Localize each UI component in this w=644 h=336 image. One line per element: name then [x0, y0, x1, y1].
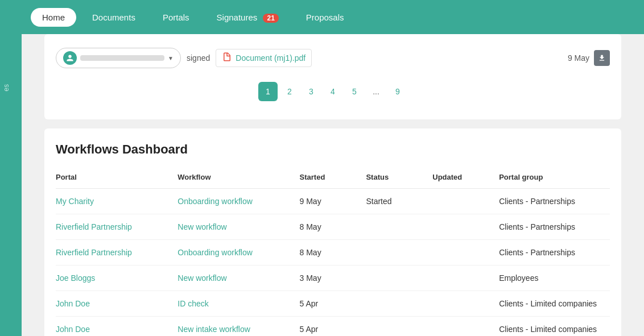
- portal-link[interactable]: Riverfield Partnership: [56, 248, 132, 257]
- started-date: 8 May: [300, 214, 366, 240]
- workflow-link[interactable]: Onboarding workflow: [177, 197, 253, 206]
- table-row: John DoeID check5 AprClients - Limited c…: [56, 291, 610, 317]
- document-link[interactable]: Document (mj1).pdf: [216, 49, 312, 67]
- workflows-dashboard-title: Workflows Dashboard: [56, 142, 610, 157]
- dropdown-arrow-icon: ▼: [168, 55, 174, 61]
- signature-date: 9 May: [568, 53, 589, 63]
- col-header-updated: Updated: [432, 168, 499, 189]
- nav-tab-documents[interactable]: Documents: [81, 8, 147, 27]
- signatures-panel: ▼ signed Document (mj1).pdf 9 May: [44, 34, 621, 119]
- portal-group-cell: Clients - Limited companies: [499, 291, 610, 317]
- portal-link[interactable]: Joe Bloggs: [56, 273, 95, 283]
- document-name: Document (mj1).pdf: [236, 53, 306, 63]
- table-row: John DoeNew intake workflow5 AprClients …: [56, 317, 610, 337]
- col-header-started: Started: [300, 168, 366, 189]
- workflow-link[interactable]: Onboarding workflow: [177, 248, 253, 257]
- status-cell: [366, 240, 432, 266]
- page-btn-dots: ...: [366, 82, 386, 101]
- portal-group-cell: Employees: [499, 266, 610, 291]
- started-date: 8 May: [300, 240, 366, 266]
- table-row: Riverfield PartnershipOnboarding workflo…: [56, 240, 610, 266]
- status-cell: Started: [366, 189, 432, 214]
- nav-tab-home[interactable]: Home: [31, 8, 76, 27]
- portal-link[interactable]: My Charity: [56, 197, 94, 206]
- table-row: Joe BloggsNew workflow3 MayEmployees: [56, 266, 610, 291]
- updated-cell: [432, 214, 499, 240]
- signature-row: ▼ signed Document (mj1).pdf 9 May: [56, 43, 610, 73]
- started-date: 3 May: [300, 266, 366, 291]
- signatures-badge: 21: [263, 14, 278, 23]
- table-header-row: Portal Workflow Started Status Updated P…: [56, 168, 610, 189]
- started-date: 9 May: [300, 189, 366, 214]
- user-avatar-icon: [63, 51, 77, 65]
- page-btn-3[interactable]: 3: [302, 82, 321, 101]
- status-cell: [366, 291, 432, 317]
- workflow-link[interactable]: ID check: [177, 299, 208, 308]
- page-btn-4[interactable]: 4: [323, 82, 342, 101]
- updated-cell: [432, 240, 499, 266]
- page-btn-5[interactable]: 5: [345, 82, 364, 101]
- portal-link[interactable]: Riverfield Partnership: [56, 222, 132, 231]
- started-date: 5 Apr: [300, 317, 366, 337]
- portal-group-cell: Clients - Partnerships: [499, 240, 610, 266]
- updated-cell: [432, 266, 499, 291]
- signed-label: signed: [187, 53, 210, 63]
- date-download-col: 9 May: [568, 50, 610, 66]
- top-navigation: Home Documents Portals Signatures 21 Pro…: [22, 0, 644, 34]
- nav-tab-signatures[interactable]: Signatures 21: [205, 8, 290, 27]
- workflow-link[interactable]: New workflow: [177, 273, 226, 283]
- portal-group-cell: Clients - Partnerships: [499, 214, 610, 240]
- workflow-link[interactable]: New intake workflow: [177, 325, 250, 334]
- page-btn-1[interactable]: 1: [258, 82, 278, 101]
- pagination: 1 2 3 4 5 ... 9: [56, 73, 610, 110]
- updated-cell: [432, 291, 499, 317]
- col-header-portal: Portal: [56, 168, 177, 189]
- table-row: My CharityOnboarding workflow9 MayStarte…: [56, 189, 610, 214]
- table-row: Riverfield PartnershipNew workflow8 MayC…: [56, 214, 610, 240]
- page-btn-2[interactable]: 2: [280, 82, 299, 101]
- nav-tab-portals[interactable]: Portals: [151, 8, 201, 27]
- workflows-table: Portal Workflow Started Status Updated P…: [56, 168, 610, 336]
- download-button[interactable]: [594, 50, 610, 66]
- status-cell: [366, 214, 432, 240]
- workflow-link[interactable]: New workflow: [177, 222, 226, 231]
- user-selector[interactable]: ▼: [56, 48, 181, 68]
- portal-group-cell: Clients - Limited companies: [499, 317, 610, 337]
- page-btn-9[interactable]: 9: [388, 82, 407, 101]
- status-cell: [366, 266, 432, 291]
- workflows-panel: Workflows Dashboard Portal Workflow Star…: [44, 128, 621, 336]
- col-header-status: Status: [366, 168, 432, 189]
- nav-tab-proposals[interactable]: Proposals: [295, 8, 356, 27]
- sidebar-label: es: [0, 80, 13, 96]
- left-sidebar: es: [0, 0, 22, 336]
- started-date: 5 Apr: [300, 291, 366, 317]
- portal-group-cell: Clients - Partnerships: [499, 189, 610, 214]
- portal-link[interactable]: John Doe: [56, 299, 90, 308]
- updated-cell: [432, 189, 499, 214]
- user-name-blur: [80, 55, 164, 61]
- portal-link[interactable]: John Doe: [56, 325, 90, 334]
- col-header-workflow: Workflow: [177, 168, 299, 189]
- pdf-icon: [222, 52, 232, 64]
- col-header-portal-group: Portal group: [499, 168, 610, 189]
- status-cell: [366, 317, 432, 337]
- updated-cell: [432, 317, 499, 337]
